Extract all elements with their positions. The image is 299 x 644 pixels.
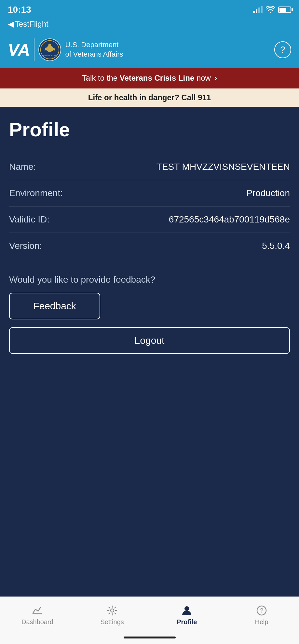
svg-point-10 (184, 606, 189, 611)
crisis-banner[interactable]: Talk to the Veterans Crisis Line now › (0, 68, 299, 88)
dashboard-icon (32, 605, 43, 616)
name-value: TEST MHVZZVISNSEVENTEEN (36, 162, 290, 172)
crisis-line-link: Veterans Crisis Line (120, 74, 194, 82)
battery-icon (278, 7, 291, 13)
emergency-text: Life or health in danger? Call 911 (88, 93, 211, 102)
tab-dashboard[interactable]: Dashboard (0, 602, 75, 628)
profile-row-name: Name: TEST MHVZZVISNSEVENTEEN (9, 154, 290, 180)
page-title: Profile (9, 118, 290, 141)
va-logo: VA VETERANS AFFAIRS U.S. Department of V… (8, 38, 123, 61)
va-seal: VETERANS AFFAIRS (38, 38, 61, 61)
tab-help-label: Help (255, 618, 268, 626)
svg-text:VETERANS AFFAIRS: VETERANS AFFAIRS (42, 55, 58, 57)
profile-rows: Name: TEST MHVZZVISNSEVENTEEN Environmen… (9, 154, 290, 259)
status-time: 10:13 (8, 5, 31, 15)
validic-label: Validic ID: (9, 214, 49, 225)
feedback-question: Would you like to provide feedback? (9, 275, 290, 285)
wifi-icon (266, 6, 275, 13)
home-indicator (0, 631, 299, 644)
va-dept-text: U.S. Department of Veterans Affairs (65, 40, 123, 59)
environment-label: Environment: (9, 188, 63, 198)
va-header: VA VETERANS AFFAIRS U.S. Department of V… (0, 33, 299, 68)
feedback-button[interactable]: Feedback (9, 293, 100, 319)
svg-point-6 (48, 44, 51, 47)
status-bar: 10:13 (0, 0, 299, 20)
crisis-text: Talk to the Veterans Crisis Line now (82, 74, 211, 83)
tab-settings-label: Settings (100, 618, 124, 626)
testflight-label: TestFlight (15, 20, 48, 29)
crisis-arrow-icon: › (214, 73, 217, 83)
svg-point-9 (111, 609, 114, 612)
testflight-back-button[interactable]: ◀ TestFlight (8, 20, 48, 29)
profile-row-environment: Environment: Production (9, 180, 290, 206)
tab-help[interactable]: ? Help (224, 602, 299, 628)
main-content: Profile Name: TEST MHVZZVISNSEVENTEEN En… (0, 107, 299, 482)
testflight-bar: ◀ TestFlight (0, 20, 299, 33)
content-spacer (0, 482, 299, 597)
environment-value: Production (63, 188, 290, 198)
home-bar (124, 637, 176, 638)
back-arrow-icon: ◀ (8, 20, 14, 29)
tab-profile[interactable]: Profile (150, 602, 224, 628)
version-label: Version: (9, 241, 42, 251)
signal-icon (253, 6, 263, 13)
emergency-banner: Life or health in danger? Call 911 (0, 88, 299, 107)
tab-profile-label: Profile (177, 618, 197, 626)
profile-row-version: Version: 5.5.0.4 (9, 233, 290, 259)
question-icon: ? (280, 45, 285, 55)
svg-text:?: ? (260, 607, 263, 614)
logout-button[interactable]: Logout (9, 327, 290, 354)
help-button[interactable]: ? (274, 41, 291, 58)
name-label: Name: (9, 162, 36, 172)
status-icons (253, 6, 291, 13)
settings-icon (106, 605, 118, 616)
va-divider (34, 38, 34, 61)
va-letters: VA (8, 41, 30, 58)
help-tab-icon: ? (256, 605, 267, 616)
profile-row-validic: Validic ID: 672565c3464ab700119d568e (9, 206, 290, 233)
profile-icon (181, 605, 193, 616)
tab-settings[interactable]: Settings (75, 602, 150, 628)
tab-bar: Dashboard Settings Profile ? Help (0, 597, 299, 631)
version-value: 5.5.0.4 (42, 241, 290, 251)
validic-value: 672565c3464ab700119d568e (49, 214, 290, 225)
tab-dashboard-label: Dashboard (21, 618, 53, 626)
